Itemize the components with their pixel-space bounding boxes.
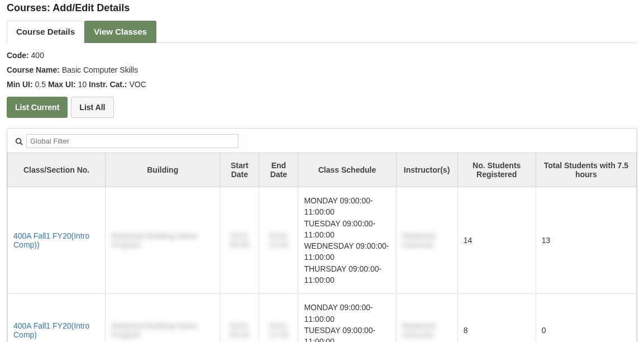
svg-line-1 [21, 142, 23, 145]
col-header-building[interactable]: Building [106, 153, 220, 187]
building-value: Redacted Building Name Program [111, 321, 198, 339]
class-section-link[interactable]: 400A Fall1 FY20(Intro Comp)) [13, 231, 89, 249]
class-section-link[interactable]: 400A Fall1 FY20(Intro Comp) [13, 321, 89, 339]
classes-panel: Class/Section No. Building Start Date En… [7, 128, 637, 342]
primary-tabs: Course Details View Classes [7, 21, 637, 43]
col-header-start-date[interactable]: Start Date [220, 153, 259, 187]
col-header-registered[interactable]: No. Students Registered [457, 153, 536, 187]
global-filter-input[interactable] [26, 134, 238, 148]
instructor-value: Redacted Instructor [402, 231, 436, 249]
hours-value: 13 [536, 187, 636, 294]
table-row: 400A Fall1 FY20(Intro Comp))Redacted Bui… [8, 187, 637, 294]
col-header-class-section[interactable]: Class/Section No. [8, 153, 106, 187]
table-row: 400A Fall1 FY20(Intro Comp)Redacted Buil… [8, 294, 637, 342]
subtab-list-all[interactable]: List All [71, 97, 113, 118]
tab-course-details[interactable]: Course Details [7, 21, 84, 43]
col-header-instructors[interactable]: Instructor(s) [396, 153, 457, 187]
course-name-label: Course Name: [7, 65, 60, 74]
subtab-list-current[interactable]: List Current [7, 97, 68, 118]
end-date-value: 2019-12-00 [269, 231, 289, 249]
page-title: Courses: Add/Edit Details [7, 2, 637, 14]
classes-table: Class/Section No. Building Start Date En… [7, 153, 637, 342]
course-name-line: Course Name: Basic Computer Skills [7, 65, 637, 74]
end-date-value: 2019-12-00 [269, 321, 289, 339]
filter-bar [7, 129, 637, 153]
code-label: Code: [7, 51, 29, 60]
course-name-value: Basic Computer Skills [62, 65, 138, 74]
start-date-value: 2019-09-00 [230, 231, 250, 249]
svg-point-0 [16, 138, 21, 143]
maxui-value: 10 [78, 80, 87, 89]
instrcat-value: VOC [129, 80, 146, 89]
course-meta-line: Min UI: 0.5 Max UI: 10 Instr. Cat.: VOC [7, 80, 637, 89]
schedule-cell: MONDAY 09:00:00-11:00:00TUESDAY 09:00:00… [298, 294, 396, 342]
minui-value: 0.5 [35, 80, 46, 89]
registered-value: 8 [457, 294, 536, 342]
minui-label: Min UI: [7, 80, 33, 89]
code-value: 400 [31, 51, 44, 60]
col-header-hours[interactable]: Total Students with 7.5 hours [536, 153, 636, 187]
registered-value: 14 [457, 187, 536, 294]
col-header-class-schedule[interactable]: Class Schedule [298, 153, 396, 187]
list-subtabs: List Current List All [7, 97, 637, 118]
start-date-value: 2019-09-00 [230, 321, 250, 339]
instructor-value: Redacted Instructor [402, 321, 436, 339]
col-header-end-date[interactable]: End Date [259, 153, 298, 187]
table-header-row: Class/Section No. Building Start Date En… [8, 153, 637, 187]
hours-value: 0 [536, 294, 636, 342]
course-code-line: Code: 400 [7, 51, 637, 60]
schedule-cell: MONDAY 09:00:00-11:00:00TUESDAY 09:00:00… [298, 187, 396, 294]
tab-view-classes[interactable]: View Classes [84, 21, 156, 43]
building-value: Redacted Building Name Program [111, 231, 198, 249]
search-icon [15, 137, 23, 145]
instrcat-label: Instr. Cat.: [89, 80, 127, 89]
maxui-label: Max UI: [48, 80, 76, 89]
